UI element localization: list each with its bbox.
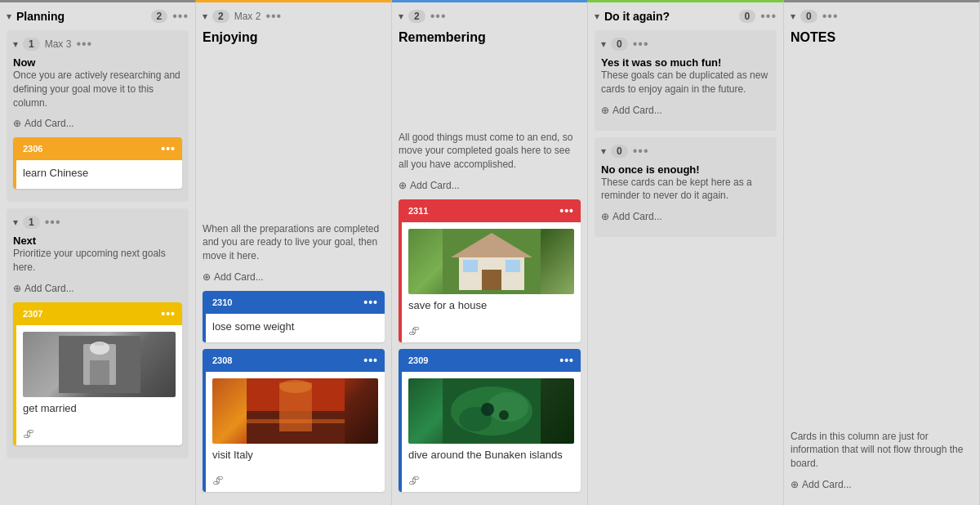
column-notes-menu[interactable]: •••	[822, 9, 839, 24]
add-card-yes-label: Add Card...	[612, 105, 662, 116]
card-2310-menu[interactable]: •••	[363, 296, 378, 309]
collapse-remembering-btn[interactable]: ▾	[399, 11, 403, 22]
collapse-notes-btn[interactable]: ▾	[791, 11, 795, 22]
column-notes-desc: Cards in this column are just for inform…	[791, 430, 973, 471]
svg-rect-2	[90, 360, 109, 385]
column-remembering-menu[interactable]: •••	[430, 9, 447, 24]
collapse-yes-btn[interactable]: ▾	[601, 38, 606, 50]
collapse-planning-btn[interactable]: ▾	[7, 11, 11, 22]
card-2307-body: get married	[16, 325, 182, 424]
column-doitagain-title: Do it again?	[604, 10, 734, 23]
add-card-notes-btn[interactable]: ⊕ Add Card...	[791, 477, 973, 492]
card-2309-header: 2309 •••	[402, 349, 581, 372]
svg-rect-15	[506, 260, 520, 272]
card-2308-image	[212, 378, 378, 444]
section-no-menu[interactable]: •••	[633, 144, 649, 159]
section-next: ▾ 1 ••• Next Prioritize your upcoming ne…	[7, 208, 189, 458]
add-card-no-label: Add Card...	[612, 211, 662, 222]
card-2311-image	[408, 229, 574, 294]
column-planning-menu[interactable]: •••	[172, 9, 189, 24]
add-card-remembering-btn[interactable]: ⊕ Add Card...	[399, 178, 581, 193]
column-doitagain-header: ▾ Do it again? 0 •••	[595, 9, 777, 24]
card-2309[interactable]: 2309 ••• dive around the Bunaken islands	[399, 349, 581, 492]
collapse-no-btn[interactable]: ▾	[601, 145, 606, 157]
section-yes-desc: These goals can be duplicated as new car…	[601, 69, 770, 96]
column-remembering: ▾ 2 ••• Remembering All good things must…	[392, 0, 588, 505]
section-no-header: ▾ 0 •••	[601, 144, 770, 159]
card-2311-body: save for a house	[402, 222, 581, 321]
section-next-menu[interactable]: •••	[45, 215, 61, 230]
kanban-board: ▾ Planning 2 ••• ▾ 1 Max 3 ••• Now Once …	[0, 0, 980, 505]
column-enjoying-menu[interactable]: •••	[265, 9, 282, 24]
column-enjoying-title: Enjoying	[203, 30, 385, 217]
add-card-next-icon: ⊕	[13, 283, 21, 294]
card-2308-menu[interactable]: •••	[363, 354, 378, 367]
column-remembering-title: Remembering	[399, 30, 581, 126]
add-card-now-btn[interactable]: ⊕ Add Card...	[13, 116, 74, 131]
card-2307-menu[interactable]: •••	[161, 307, 176, 320]
card-2311[interactable]: 2311 ••• save for a house 🖇	[399, 199, 581, 342]
card-2311-title: save for a house	[408, 299, 574, 311]
add-card-no-btn[interactable]: ⊕ Add Card...	[601, 209, 662, 224]
card-2310-header: 2310 •••	[206, 291, 385, 314]
card-2308-footer: 🖇	[206, 471, 385, 492]
column-notes-badge: 0	[800, 10, 817, 23]
collapse-next-btn[interactable]: ▾	[13, 217, 18, 228]
svg-rect-13	[482, 270, 501, 290]
card-2308[interactable]: 2308 ••• visit Italy 🖇	[203, 349, 385, 492]
card-2310[interactable]: 2310 ••• lose some weight	[203, 291, 385, 342]
section-now-max: Max 3	[45, 38, 72, 50]
section-now: ▾ 1 Max 3 ••• Now Once you are actively …	[7, 30, 189, 202]
column-doitagain: ▾ Do it again? 0 ••• ▾ 0 ••• Yes it was …	[588, 0, 784, 505]
column-doitagain-menu[interactable]: •••	[760, 9, 777, 24]
card-2308-title: visit Italy	[212, 449, 378, 461]
card-2309-title: dive around the Bunaken islands	[408, 449, 574, 461]
card-2308-header: 2308 •••	[206, 349, 385, 372]
card-2310-id: 2310	[212, 297, 363, 307]
collapse-enjoying-btn[interactable]: ▾	[203, 11, 207, 22]
section-yes-title: Yes it was so much fun!	[601, 56, 770, 69]
column-notes-title: NOTES	[791, 30, 973, 425]
card-2308-body: visit Italy	[206, 372, 385, 471]
section-no-desc: These cards can be kept here as a remind…	[601, 176, 770, 203]
column-notes: ▾ 0 ••• NOTES Cards in this column are j…	[784, 0, 980, 505]
add-card-yes-btn[interactable]: ⊕ Add Card...	[601, 103, 662, 118]
svg-rect-4	[95, 342, 105, 346]
card-2307[interactable]: 2307 ••• get married	[13, 302, 182, 445]
section-yes-menu[interactable]: •••	[633, 37, 649, 51]
card-2306-id: 2306	[23, 144, 161, 154]
section-yes: ▾ 0 ••• Yes it was so much fun! These go…	[595, 30, 777, 131]
section-yes-badge: 0	[611, 38, 628, 51]
add-card-remembering-icon: ⊕	[399, 180, 407, 191]
card-2309-menu[interactable]: •••	[559, 354, 574, 367]
card-2306[interactable]: 2306 ••• learn Chinese	[13, 137, 182, 189]
section-no-badge: 0	[611, 145, 628, 158]
section-now-menu[interactable]: •••	[76, 37, 92, 51]
card-2311-footer: 🖇	[402, 321, 581, 342]
collapse-now-btn[interactable]: ▾	[13, 38, 18, 50]
column-planning-header: ▾ Planning 2 •••	[7, 9, 189, 24]
card-2307-attachment-icon: 🖇	[23, 427, 34, 440]
section-next-badge: 1	[23, 216, 40, 229]
italy-svg	[247, 378, 345, 444]
card-2311-menu[interactable]: •••	[559, 204, 574, 217]
section-now-desc: Once you are actively researching and de…	[13, 69, 182, 109]
section-no-title: No once is enough!	[601, 163, 770, 176]
add-card-yes-icon: ⊕	[601, 105, 609, 116]
section-no: ▾ 0 ••• No once is enough! These cards c…	[595, 137, 777, 238]
column-planning-badge: 2	[151, 10, 168, 23]
card-2306-body: learn Chinese	[16, 160, 182, 189]
collapse-doitagain-btn[interactable]: ▾	[595, 11, 599, 22]
svg-point-8	[279, 380, 312, 393]
card-2310-body: lose some weight	[206, 314, 385, 342]
card-2311-attachment-icon: 🖇	[408, 324, 420, 337]
card-2306-header: 2306 •••	[16, 137, 182, 160]
chevron-icon: ▾	[7, 11, 11, 22]
column-enjoying-desc: When all the preparations are completed …	[203, 222, 385, 263]
card-2306-menu[interactable]: •••	[161, 142, 176, 155]
add-card-remembering-label: Add Card...	[410, 180, 460, 191]
add-card-enjoying-btn[interactable]: ⊕ Add Card...	[203, 270, 385, 284]
svg-rect-9	[247, 419, 345, 423]
add-card-next-btn[interactable]: ⊕ Add Card...	[13, 281, 74, 296]
card-2311-header: 2311 •••	[402, 199, 581, 222]
